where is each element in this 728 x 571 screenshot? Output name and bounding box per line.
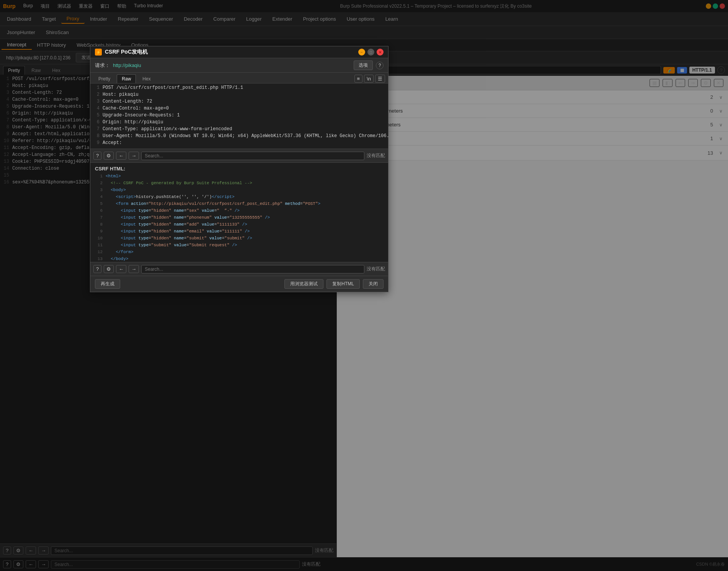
line-number: 5 <box>95 201 106 208</box>
line-content: Upgrade-Insecure-Requests: 1 <box>103 113 180 119</box>
copy-html-btn[interactable]: 复制HTML <box>326 279 360 289</box>
modal-maximize-btn[interactable]: □ <box>367 49 374 56</box>
regenerate-btn[interactable]: 再生成 <box>95 279 120 289</box>
line-content: Content-Type: application/x-www-form-url… <box>103 126 232 133</box>
line-number: 8 <box>95 222 106 229</box>
line-content: Content-Length: 72 <box>103 99 152 106</box>
modal-search-input-top[interactable] <box>141 152 364 160</box>
table-row: 2Host: pikaqiu <box>90 92 388 99</box>
list-item: 2 <!-- CSRF PoC - generated by Burp Suit… <box>95 181 384 188</box>
modal-help-btn[interactable]: ? <box>376 62 384 69</box>
line-number: 6 <box>92 119 103 126</box>
line-content: <input type="hidden" name="sex" value=" … <box>106 208 240 215</box>
line-number: 12 <box>95 250 106 257</box>
line-content: <input type="hidden" name="add" value="1… <box>106 222 247 229</box>
line-number: 13 <box>95 257 106 262</box>
line-number: 4 <box>92 106 103 113</box>
modal-close-footer-btn[interactable]: 关闭 <box>363 279 384 289</box>
list-item: 12 </form> <box>95 250 384 257</box>
list-item: 11 <input type="submit" value="Submit re… <box>95 243 384 250</box>
line-number: 6 <box>95 208 106 215</box>
modal-close-btn[interactable]: ✕ <box>377 49 384 56</box>
modal-tab-pretty[interactable]: Pretty <box>93 74 115 83</box>
list-item: 7 <input type="hidden" name="phonenum" v… <box>95 215 384 222</box>
modal-url-bar: 请求： http://pikaqiu 选项 ? <box>90 58 388 73</box>
modal-icon: ⚡ <box>95 49 102 56</box>
line-number: 5 <box>92 113 103 119</box>
table-row: 8User-Agent: Mozilla/5.0 (Windows NT 10.… <box>90 133 388 140</box>
table-row: 9Accept: <box>90 140 388 147</box>
test-browser-btn[interactable]: 用浏览器测试 <box>284 279 323 289</box>
line-number: 11 <box>95 243 106 250</box>
modal-editor-nl-btn[interactable]: \n <box>364 75 374 83</box>
line-number: 2 <box>92 92 103 99</box>
table-row: 5Upgrade-Insecure-Requests: 1 <box>90 113 388 119</box>
modal-footer: 再生成 用浏览器测试 复制HTML 关闭 <box>90 276 388 292</box>
modal-search-bar-top: ? ⚙ ← → 没有匹配 <box>90 149 388 162</box>
line-content: User-Agent: Mozilla/5.0 (Windows NT 10.0… <box>103 133 388 140</box>
modal-no-match-bottom: 没有匹配 <box>367 266 385 272</box>
line-number: 9 <box>92 140 103 147</box>
line-content: </body> <box>106 257 128 262</box>
line-number: 1 <box>92 85 103 92</box>
list-item: 3 <body> <box>95 188 384 195</box>
table-row: 7Content-Type: application/x-www-form-ur… <box>90 126 388 133</box>
modal-editor-wrap-btn[interactable]: ≡ <box>354 75 363 83</box>
line-number: 10 <box>95 236 106 243</box>
line-number: 3 <box>95 188 106 195</box>
modal-url-label: 请求： <box>95 62 110 69</box>
modal-tab-raw[interactable]: Raw <box>117 74 136 83</box>
modal-editor-tabs: Pretty Raw Hex ≡ \n ☰ <box>90 73 388 83</box>
modal-options-btn[interactable]: 选项 <box>354 61 373 70</box>
line-content: Host: pikaqiu <box>103 92 139 99</box>
modal-search-bar-bottom: ? ⚙ ← → 没有匹配 <box>90 262 388 276</box>
line-content: </form> <box>106 250 134 257</box>
line-number: 9 <box>95 229 106 236</box>
list-item: 1<html> <box>95 174 384 181</box>
modal-search-settings-btn[interactable]: ⚙ <box>104 152 114 160</box>
modal-tab-hex[interactable]: Hex <box>137 74 155 83</box>
line-content: <!-- CSRF PoC - generated by Burp Suite … <box>106 181 252 188</box>
modal-search-settings-btn-2[interactable]: ⚙ <box>104 265 114 273</box>
modal-url-value: http://pikaqiu <box>113 62 141 68</box>
line-content: <html> <box>106 174 121 181</box>
line-content: POST /vul/csrf/csrfpost/csrf_post_edit.p… <box>103 85 243 92</box>
line-content: Accept: <box>103 140 122 147</box>
table-row: 1POST /vul/csrf/csrfpost/csrf_post_edit.… <box>90 85 388 92</box>
line-number: 3 <box>92 99 103 106</box>
list-item: 10 <input type="hidden" name="submit" va… <box>95 236 384 243</box>
line-content: <body> <box>106 188 126 195</box>
list-item: 13 </body> <box>95 257 384 262</box>
csrf-html-section: CSRF HTML: 1<html>2 <!-- CSRF PoC - gene… <box>90 162 388 262</box>
table-row: 4Cache-Control: max-age=0 <box>90 106 388 113</box>
list-item: 8 <input type="hidden" name="add" value=… <box>95 222 384 229</box>
csrf-code[interactable]: 1<html>2 <!-- CSRF PoC - generated by Bu… <box>95 174 384 262</box>
modal-search-input-bottom[interactable] <box>141 265 364 273</box>
line-content: <input type="hidden" name="phonenum" val… <box>106 215 270 222</box>
modal-editor-menu-btn[interactable]: ☰ <box>375 75 385 83</box>
modal-search-forward-btn[interactable]: → <box>129 152 139 160</box>
csrf-html-label: CSRF HTML: <box>95 166 384 172</box>
modal-minimize-btn[interactable]: − <box>358 49 365 56</box>
modal-search-help-btn-2[interactable]: ? <box>93 265 101 273</box>
modal-search-help-btn[interactable]: ? <box>93 152 101 160</box>
list-item: 4 <script>history.pushState('', '', '/')… <box>95 195 384 201</box>
csrf-poc-modal: ⚡ CSRF PoC发电机 − □ ✕ 请求： http://pikaqiu 选… <box>90 46 388 292</box>
line-number: 7 <box>92 126 103 133</box>
line-content: <script>history.pushState('', '', '/')</… <box>106 195 235 201</box>
modal-search-back-btn[interactable]: ← <box>116 152 126 160</box>
line-content: <form action="http://pikaqiu/vul/csrf/cs… <box>106 201 320 208</box>
line-number: 8 <box>92 133 103 140</box>
modal-footer-right: 用浏览器测试 复制HTML 关闭 <box>284 279 384 289</box>
line-content: <input type="submit" value="Submit reque… <box>106 243 237 250</box>
line-content: <input type="hidden" name="submit" value… <box>106 236 252 243</box>
line-number: 4 <box>95 195 106 201</box>
modal-no-match-top: 没有匹配 <box>367 152 385 159</box>
modal-title-bar: ⚡ CSRF PoC发电机 − □ ✕ <box>90 46 388 58</box>
modal-search-forward-btn-2[interactable]: → <box>129 265 139 273</box>
modal-search-back-btn-2[interactable]: ← <box>116 265 126 273</box>
table-row: 6Origin: http://pikaqiu <box>90 119 388 126</box>
list-item: 6 <input type="hidden" name="sex" value=… <box>95 208 384 215</box>
modal-request-editor[interactable]: 1POST /vul/csrf/csrfpost/csrf_post_edit.… <box>90 83 388 149</box>
modal-controls: − □ ✕ <box>358 49 384 56</box>
